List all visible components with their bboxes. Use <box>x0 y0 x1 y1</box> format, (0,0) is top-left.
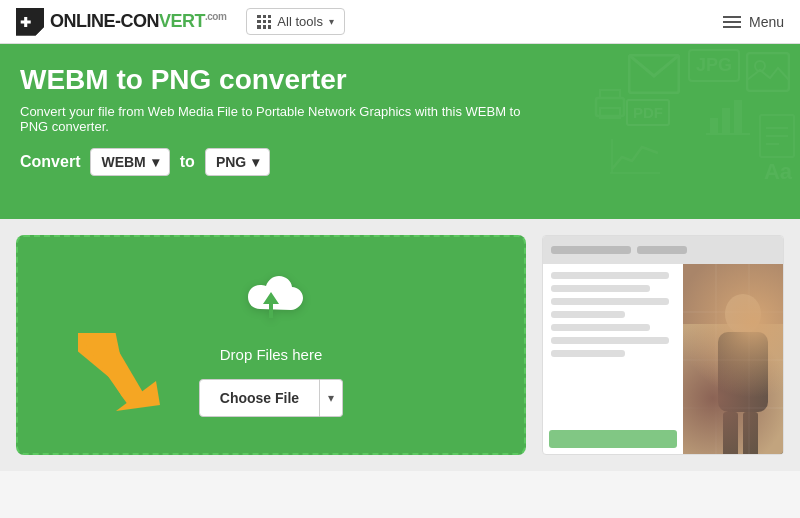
ad-line-4 <box>551 311 625 318</box>
ad-top-bar <box>543 236 783 264</box>
ad-line-7 <box>551 350 625 357</box>
ad-bar-2 <box>637 246 687 254</box>
from-format-label: WEBM <box>101 154 145 170</box>
convert-label: Convert <box>20 153 80 171</box>
ad-body <box>543 264 783 455</box>
from-format-chevron: ▾ <box>152 154 159 170</box>
svg-point-24 <box>725 294 761 334</box>
logo-text: ONLINE-CONVERT.com <box>50 11 226 32</box>
svg-rect-5 <box>710 118 718 134</box>
svg-text:✚: ✚ <box>20 15 31 30</box>
menu-button[interactable]: Menu <box>723 14 784 30</box>
cloud-upload-icon <box>235 274 307 338</box>
to-format-chevron: ▾ <box>252 154 259 170</box>
convert-row: Convert WEBM ▾ to PNG ▾ <box>20 148 780 176</box>
to-format-label: PNG <box>216 154 246 170</box>
ad-bar-1 <box>551 246 631 254</box>
svg-rect-23 <box>683 264 783 324</box>
svg-rect-7 <box>734 100 742 134</box>
hero-banner: JPG PDF <box>0 44 800 219</box>
svg-rect-27 <box>743 412 758 455</box>
arrow-indicator <box>78 333 188 417</box>
dropdown-chevron-icon: ▾ <box>328 391 334 405</box>
logo-icon: ✚ <box>16 8 44 36</box>
to-label: to <box>180 153 195 171</box>
ad-text-area <box>543 264 683 455</box>
all-tools-button[interactable]: All tools ▾ <box>246 8 345 35</box>
ad-cta-button[interactable] <box>549 430 677 448</box>
all-tools-label: All tools <box>277 14 323 29</box>
svg-rect-22 <box>683 264 783 455</box>
ad-image <box>683 264 783 455</box>
navbar: ✚ ONLINE-CONVERT.com All tools ▾ Menu <box>0 0 800 44</box>
choose-file-button[interactable]: Choose File <box>199 379 320 417</box>
upload-box[interactable]: Drop Files here Choose File ▾ <box>16 235 526 455</box>
choose-file-row: Choose File ▾ <box>199 379 343 417</box>
svg-rect-28 <box>683 264 783 455</box>
svg-rect-26 <box>723 412 738 455</box>
logo: ✚ ONLINE-CONVERT.com <box>16 8 226 36</box>
from-format-select[interactable]: WEBM ▾ <box>90 148 169 176</box>
main-content: Drop Files here Choose File ▾ <box>0 219 800 471</box>
svg-rect-6 <box>722 108 730 134</box>
choose-file-dropdown[interactable]: ▾ <box>320 379 343 417</box>
page-title: WEBM to PNG converter <box>20 64 780 96</box>
drop-files-text: Drop Files here <box>220 346 323 363</box>
grid-icon <box>257 15 271 29</box>
hamburger-icon <box>723 16 741 28</box>
ad-line-5 <box>551 324 650 331</box>
to-format-select[interactable]: PNG ▾ <box>205 148 270 176</box>
ad-line-1 <box>551 272 669 279</box>
svg-marker-19 <box>78 333 148 405</box>
sidebar-ad <box>542 235 784 455</box>
chevron-down-icon: ▾ <box>329 16 334 27</box>
ad-line-3 <box>551 298 669 305</box>
hero-description: Convert your file from Web Media File to… <box>20 104 540 134</box>
ad-line-2 <box>551 285 650 292</box>
svg-rect-25 <box>718 332 768 412</box>
menu-label: Menu <box>749 14 784 30</box>
ad-line-6 <box>551 337 669 344</box>
